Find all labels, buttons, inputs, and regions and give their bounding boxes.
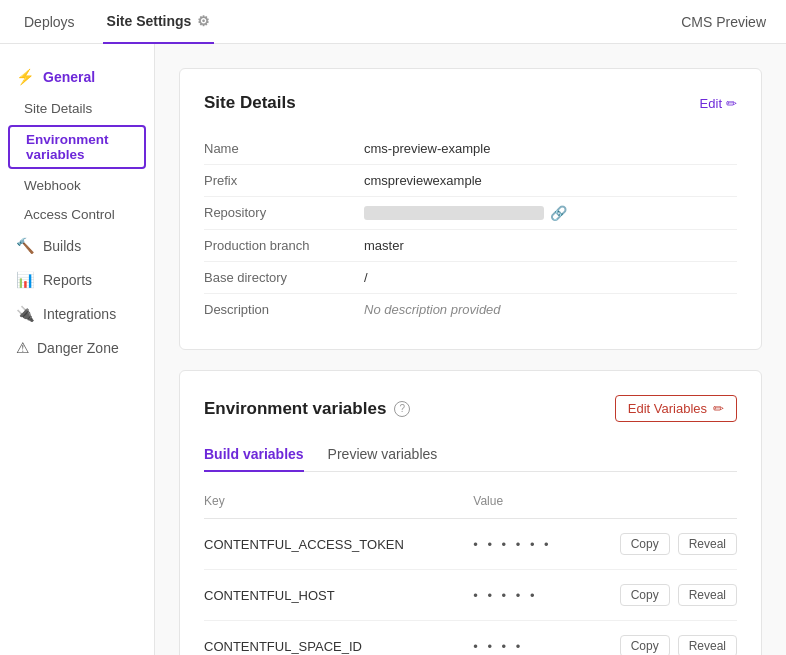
- edit-variables-label: Edit Variables: [628, 401, 707, 416]
- sidebar-item-reports[interactable]: 📊 Reports: [0, 263, 154, 297]
- site-details-title: Site Details: [204, 93, 296, 113]
- edit-pencil-icon: ✏: [726, 96, 737, 111]
- sidebar-reports-label: Reports: [43, 272, 92, 288]
- label-prod-branch: Production branch: [204, 238, 364, 253]
- edit-variables-button[interactable]: Edit Variables ✏: [615, 395, 737, 422]
- table-header-row: Key Value: [204, 488, 737, 519]
- sidebar-sub-access-control[interactable]: Access Control: [0, 200, 154, 229]
- value-prod-branch: master: [364, 238, 404, 253]
- env-tabs: Build variables Preview variables: [204, 438, 737, 472]
- label-name: Name: [204, 141, 364, 156]
- sidebar-item-integrations[interactable]: 🔌 Integrations: [0, 297, 154, 331]
- edit-button[interactable]: Edit ✏: [700, 96, 737, 111]
- copy-button-1[interactable]: Copy: [620, 584, 670, 606]
- details-row-prod-branch: Production branch master: [204, 230, 737, 262]
- details-row-base-dir: Base directory /: [204, 262, 737, 294]
- variables-table: Key Value CONTENTFUL_ACCESS_TOKEN • • • …: [204, 488, 737, 655]
- site-details-header: Site Details Edit ✏: [204, 93, 737, 113]
- var-key-2: CONTENTFUL_SPACE_ID: [204, 621, 473, 656]
- nav-deploys[interactable]: Deploys: [20, 0, 79, 44]
- reveal-button-0[interactable]: Reveal: [678, 533, 737, 555]
- site-details-table: Name cms-preview-example Prefix cmsprevi…: [204, 133, 737, 325]
- main-content: Site Details Edit ✏ Name cms-preview-exa…: [155, 44, 786, 655]
- var-actions-2: Copy Reveal: [579, 621, 737, 656]
- general-icon: ⚡: [16, 68, 35, 86]
- integrations-icon: 🔌: [16, 305, 35, 323]
- var-dots-0: • • • • • •: [473, 519, 579, 570]
- cms-preview-label: CMS Preview: [681, 14, 766, 30]
- copy-button-0[interactable]: Copy: [620, 533, 670, 555]
- env-title-row: Environment variables ?: [204, 399, 410, 419]
- details-row-prefix: Prefix cmspreviewexample: [204, 165, 737, 197]
- label-repository: Repository: [204, 205, 364, 221]
- var-actions-0: Copy Reveal: [579, 519, 737, 570]
- value-repository: 🔗: [364, 205, 567, 221]
- var-key-1: CONTENTFUL_HOST: [204, 570, 473, 621]
- details-row-name: Name cms-preview-example: [204, 133, 737, 165]
- reports-icon: 📊: [16, 271, 35, 289]
- sidebar: ⚡ General Site Details Environment varia…: [0, 44, 155, 655]
- table-row: CONTENTFUL_HOST • • • • • Copy Reveal: [204, 570, 737, 621]
- edit-label: Edit: [700, 96, 722, 111]
- sidebar-builds-label: Builds: [43, 238, 81, 254]
- edit-variables-icon: ✏: [713, 401, 724, 416]
- layout: ⚡ General Site Details Environment varia…: [0, 44, 786, 655]
- th-value: Value: [473, 488, 579, 519]
- reveal-button-1[interactable]: Reveal: [678, 584, 737, 606]
- external-link-icon[interactable]: 🔗: [550, 205, 567, 221]
- nav-site-settings[interactable]: Site Settings ⚙: [103, 0, 215, 44]
- site-details-card: Site Details Edit ✏ Name cms-preview-exa…: [179, 68, 762, 350]
- env-variables-title: Environment variables: [204, 399, 386, 419]
- var-key-0: CONTENTFUL_ACCESS_TOKEN: [204, 519, 473, 570]
- top-nav: Deploys Site Settings ⚙ CMS Preview: [0, 0, 786, 44]
- label-base-dir: Base directory: [204, 270, 364, 285]
- value-base-dir: /: [364, 270, 368, 285]
- gear-icon[interactable]: ⚙: [197, 13, 210, 29]
- copy-button-2[interactable]: Copy: [620, 635, 670, 655]
- value-description: No description provided: [364, 302, 501, 317]
- repo-blur: [364, 206, 544, 220]
- sidebar-item-general[interactable]: ⚡ General: [0, 60, 154, 94]
- danger-icon: ⚠: [16, 339, 29, 357]
- sidebar-item-builds[interactable]: 🔨 Builds: [0, 229, 154, 263]
- reveal-button-2[interactable]: Reveal: [678, 635, 737, 655]
- env-variables-card: Environment variables ? Edit Variables ✏…: [179, 370, 762, 655]
- th-actions: [579, 488, 737, 519]
- value-prefix: cmspreviewexample: [364, 173, 482, 188]
- sidebar-sub-env-variables[interactable]: Environment variables: [8, 125, 146, 169]
- sidebar-danger-label: Danger Zone: [37, 340, 119, 356]
- table-row: CONTENTFUL_SPACE_ID • • • • Copy Reveal: [204, 621, 737, 656]
- var-dots-1: • • • • •: [473, 570, 579, 621]
- var-actions-1: Copy Reveal: [579, 570, 737, 621]
- var-dots-2: • • • •: [473, 621, 579, 656]
- sidebar-integrations-label: Integrations: [43, 306, 116, 322]
- tab-preview-variables[interactable]: Preview variables: [328, 438, 438, 471]
- sidebar-item-danger-zone[interactable]: ⚠ Danger Zone: [0, 331, 154, 365]
- label-description: Description: [204, 302, 364, 317]
- details-row-description: Description No description provided: [204, 294, 737, 325]
- builds-icon: 🔨: [16, 237, 35, 255]
- value-name: cms-preview-example: [364, 141, 490, 156]
- sidebar-sub-webhook[interactable]: Webhook: [0, 171, 154, 200]
- tab-build-variables[interactable]: Build variables: [204, 438, 304, 472]
- details-row-repository: Repository 🔗: [204, 197, 737, 230]
- sidebar-sub-site-details[interactable]: Site Details: [0, 94, 154, 123]
- help-icon[interactable]: ?: [394, 401, 410, 417]
- table-row: CONTENTFUL_ACCESS_TOKEN • • • • • • Copy…: [204, 519, 737, 570]
- sidebar-general-label: General: [43, 69, 95, 85]
- label-prefix: Prefix: [204, 173, 364, 188]
- env-header: Environment variables ? Edit Variables ✏: [204, 395, 737, 422]
- th-key: Key: [204, 488, 473, 519]
